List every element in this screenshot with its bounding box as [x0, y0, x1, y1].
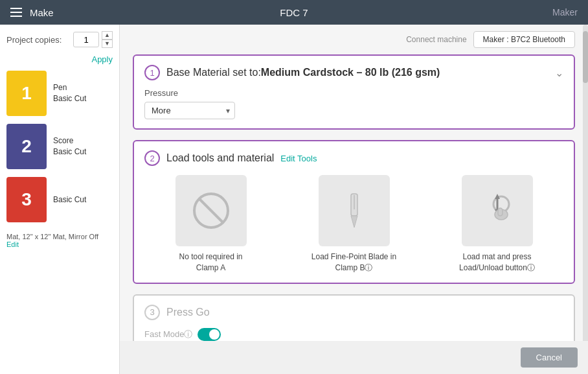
svg-marker-3: [351, 216, 357, 228]
sections-container: 1 Base Material set to:Medium Cardstock …: [120, 54, 588, 374]
fine-point-blade-icon-box: [319, 175, 390, 246]
section-1-title-prefix: Base Material set to:: [166, 67, 261, 78]
pressure-select-wrap: More Default Less: [144, 102, 235, 119]
section-2-header: 2 Load tools and material Edit Tools: [144, 150, 563, 166]
scroll-thumb[interactable]: [583, 31, 588, 83]
app-header: Make FDC 7 Maker: [0, 0, 588, 25]
section-1-title-bold: Medium Cardstock – 80 lb (216 gsm): [261, 67, 440, 78]
apply-button[interactable]: Apply: [6, 54, 113, 64]
tool-desc-1-line1: No tool required in: [179, 252, 242, 261]
no-tool-icon: [190, 190, 232, 231]
fast-mode-toggle[interactable]: [198, 328, 221, 341]
copies-up-button[interactable]: ▲: [102, 31, 113, 40]
document-title: FDC 7: [280, 7, 308, 18]
mat-number-1: 1: [21, 83, 32, 104]
mat-type-3: Basic Cut: [53, 194, 86, 205]
tool-desc-2: Load Fine-Point Blade in Clamp Bⓘ: [311, 251, 396, 274]
main-layout: Project copies: ▲ ▼ Apply 1 Pen Basic Cu…: [0, 25, 588, 374]
section-2-title: Load tools and material: [166, 152, 274, 164]
fast-mode-label: Fast Modeⓘ: [144, 329, 192, 340]
connect-machine-button[interactable]: Maker : B7C2 Bluetooth: [473, 31, 575, 48]
section-1-chevron[interactable]: ⌄: [555, 67, 563, 79]
maker-label: Maker: [552, 7, 578, 18]
mat-thumb-3: 3: [6, 177, 47, 222]
tool-desc-1: No tool required in Clamp A: [179, 251, 242, 274]
tool-card-3: Load mat and press Load/Unload buttonⓘ: [431, 175, 563, 274]
mat-label-1: Pen Basic Cut: [53, 82, 86, 104]
no-tool-icon-box: [175, 175, 247, 246]
mat-type-1: Basic Cut: [53, 93, 86, 104]
mat-press-icon: [477, 190, 518, 231]
mat-number-2: 2: [21, 136, 32, 157]
copies-input[interactable]: [73, 32, 99, 47]
tool-desc-1-line2: Clamp A: [196, 263, 225, 272]
copies-down-button[interactable]: ▼: [102, 40, 113, 48]
mat-name-2: Score: [53, 135, 86, 146]
content-area: Connect machine Maker : B7C2 Bluetooth 1…: [120, 25, 588, 374]
mat-label-3: Basic Cut: [53, 194, 86, 205]
copies-arrows: ▲ ▼: [102, 31, 113, 48]
tool-desc-2-line2: Clamp Bⓘ: [335, 263, 372, 272]
tool-desc-3: Load mat and press Load/Unload buttonⓘ: [459, 251, 535, 274]
connect-label: Connect machine: [406, 35, 466, 44]
mat-item-3: 3 Basic Cut: [6, 177, 113, 222]
top-bar: Connect machine Maker : B7C2 Bluetooth: [120, 25, 588, 54]
mat-number-3: 3: [21, 189, 32, 210]
tool-cards: No tool required in Clamp A: [144, 175, 563, 274]
bottom-bar: Cancel: [120, 341, 588, 374]
tool-card-1: No tool required in Clamp A: [144, 175, 277, 274]
cancel-button[interactable]: Cancel: [521, 347, 578, 368]
svg-rect-11: [498, 208, 503, 216]
mat-info-text: Mat, 12" x 12" Mat, Mirror Off: [6, 233, 98, 240]
pressure-select[interactable]: More Default Less: [144, 102, 235, 119]
mat-edit-button[interactable]: Edit: [6, 240, 19, 248]
section-1-box: 1 Base Material set to:Medium Cardstock …: [133, 54, 575, 130]
tool-desc-3-line2: Load/Unload buttonⓘ: [459, 263, 535, 272]
fast-mode-row: Fast Modeⓘ: [144, 328, 563, 341]
mat-item-1: 1 Pen Basic Cut: [6, 71, 113, 116]
sidebar: Project copies: ▲ ▼ Apply 1 Pen Basic Cu…: [0, 25, 120, 374]
edit-tools-button[interactable]: Edit Tools: [280, 154, 317, 163]
copies-input-wrap: ▲ ▼: [73, 31, 113, 48]
app-name: Make: [30, 7, 54, 18]
project-copies-label: Project copies:: [6, 35, 73, 45]
section-3-number: 3: [144, 305, 160, 320]
section-3-header: 3 Press Go: [144, 305, 563, 320]
scrollbar[interactable]: [583, 25, 588, 374]
section-2-box: 2 Load tools and material Edit Tools: [133, 140, 575, 284]
tool-card-2: Load Fine-Point Blade in Clamp Bⓘ: [288, 175, 420, 274]
sidebar-header: Project copies: ▲ ▼: [6, 31, 113, 48]
section-1-body: Pressure More Default Less: [144, 88, 563, 119]
mat-thumb-2: 2: [6, 124, 47, 169]
mat-info: Mat, 12" x 12" Mat, Mirror Off Edit: [6, 233, 113, 248]
section-3-title: Press Go: [166, 307, 210, 318]
tool-desc-3-line1: Load mat and press: [462, 252, 531, 261]
tool-desc-2-line1: Load Fine-Point Blade in: [311, 252, 396, 261]
mat-thumb-1: 1: [6, 71, 47, 116]
section-1-title: Base Material set to:Medium Cardstock – …: [166, 67, 440, 78]
mat-label-2: Score Basic Cut: [53, 135, 86, 158]
hamburger-menu[interactable]: [10, 8, 22, 17]
svg-line-1: [199, 199, 223, 222]
section-2-number: 2: [144, 150, 160, 166]
mat-name-1: Pen: [53, 82, 86, 93]
section-1-header: 1 Base Material set to:Medium Cardstock …: [144, 65, 563, 80]
pressure-label: Pressure: [144, 88, 563, 98]
section-1-number: 1: [144, 65, 160, 80]
mat-type-2: Basic Cut: [53, 146, 86, 158]
fine-point-blade-icon: [334, 190, 375, 231]
mat-item-2: 2 Score Basic Cut: [6, 124, 113, 169]
toggle-knob: [209, 329, 220, 340]
mat-press-icon-box: [462, 175, 533, 246]
